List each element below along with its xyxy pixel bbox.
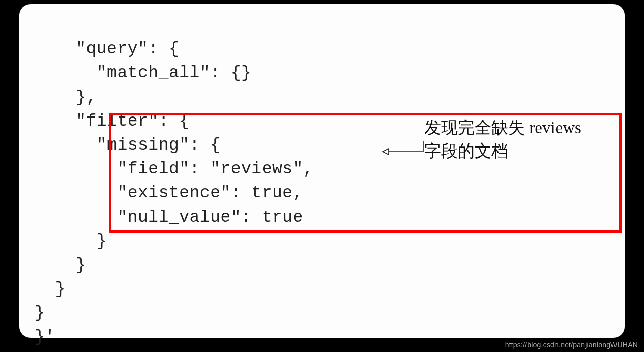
callout-arrow-icon (382, 140, 427, 161)
code-line: }' (35, 328, 55, 346)
code-block: "query": { "match_all": {} }, "filter": … (35, 13, 313, 349)
code-line: } (35, 232, 107, 251)
svg-marker-2 (383, 149, 389, 155)
code-line: } (35, 280, 66, 299)
code-line: "match_all": {} (35, 64, 251, 82)
watermark-text: https://blog.csdn.net/panjianlongWUHAN (505, 341, 638, 349)
annotation-line: 发现完全缺失 reviews (424, 119, 581, 137)
annotation-line: 字段的文档 (424, 142, 508, 160)
code-line: "query": { (35, 40, 179, 58)
document-page: "query": { "match_all": {} }, "filter": … (19, 4, 625, 338)
code-line: "null_value": true (35, 208, 303, 227)
code-line: "existence": true, (35, 184, 303, 202)
callout-annotation: 发现完全缺失 reviews 字段的文档 (424, 116, 581, 163)
code-line: } (35, 256, 86, 275)
code-line: "field": "reviews", (35, 160, 313, 179)
code-line: } (35, 304, 45, 322)
code-line: "missing": { (35, 136, 220, 155)
code-line: "filter": { (35, 112, 190, 131)
code-line: }, (35, 88, 97, 107)
